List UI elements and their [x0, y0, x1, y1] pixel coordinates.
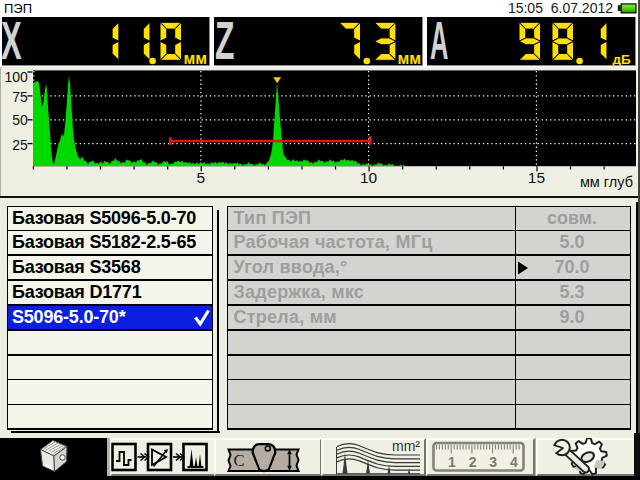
svg-text:100: 100 [4, 69, 28, 85]
svg-text:15: 15 [528, 169, 545, 186]
svg-text:5: 5 [197, 169, 206, 186]
svg-text:мм глуб: мм глуб [580, 174, 633, 190]
svg-text:4: 4 [510, 454, 518, 470]
svg-text:50: 50 [12, 112, 28, 128]
svg-text:2: 2 [469, 454, 477, 470]
svg-text:C: C [234, 450, 245, 469]
svg-text:1: 1 [448, 454, 456, 470]
svg-text:75: 75 [12, 89, 28, 105]
svg-text:mm²: mm² [392, 438, 420, 454]
svg-text:25: 25 [12, 137, 28, 153]
svg-text:10: 10 [360, 169, 378, 186]
svg-text:3: 3 [489, 454, 497, 470]
